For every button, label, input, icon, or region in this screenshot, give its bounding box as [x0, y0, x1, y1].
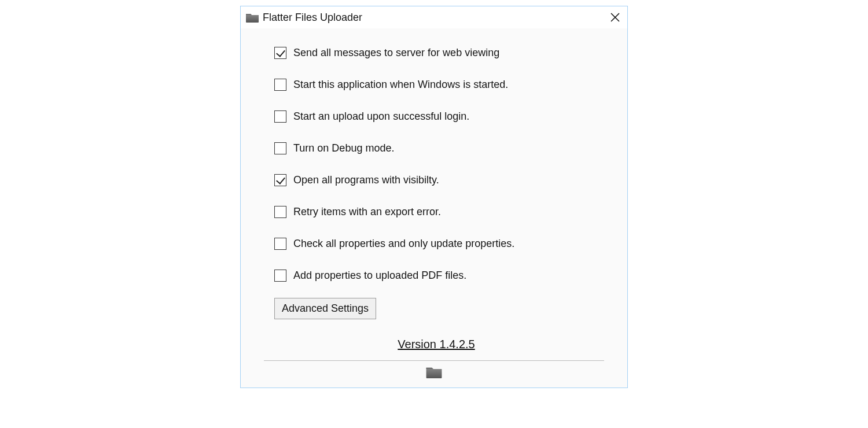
option-label: Add properties to uploaded PDF files.: [293, 270, 466, 282]
option-checkbox[interactable]: [274, 270, 286, 282]
option-label: Open all programs with visibilty.: [293, 174, 439, 186]
option-row: Retry items with an export error.: [274, 206, 598, 218]
version-row: Version 1.4.2.5: [274, 338, 598, 351]
option-row: Start this application when Windows is s…: [274, 79, 598, 91]
option-label: Check all properties and only update pro…: [293, 238, 514, 250]
options-list: Send all messages to server for web view…: [274, 47, 598, 282]
option-checkbox[interactable]: [274, 47, 286, 59]
option-checkbox[interactable]: [274, 79, 286, 91]
window-title: Flatter Files Uploader: [263, 12, 362, 24]
footer: [241, 361, 627, 388]
option-label: Turn on Debug mode.: [293, 142, 394, 154]
option-label: Send all messages to server for web view…: [293, 47, 499, 59]
option-row: Turn on Debug mode.: [274, 142, 598, 154]
option-row: Send all messages to server for web view…: [274, 47, 598, 59]
close-button[interactable]: [608, 10, 623, 25]
version-link[interactable]: Version 1.4.2.5: [398, 338, 475, 350]
option-label: Retry items with an export error.: [293, 206, 441, 218]
titlebar: Flatter Files Uploader: [241, 6, 627, 28]
app-window: Flatter Files Uploader Send all messages…: [240, 6, 628, 388]
option-checkbox[interactable]: [274, 174, 286, 186]
option-row: Check all properties and only update pro…: [274, 238, 598, 250]
folder-icon: [245, 12, 259, 23]
option-row: Open all programs with visibilty.: [274, 174, 598, 186]
footer-folder-icon[interactable]: [425, 366, 443, 378]
content-area: Send all messages to server for web view…: [241, 28, 627, 356]
option-checkbox[interactable]: [274, 206, 286, 218]
close-icon: [610, 13, 620, 22]
option-row: Start an upload upon successful login.: [274, 110, 598, 123]
advanced-settings-button[interactable]: Advanced Settings: [274, 298, 376, 319]
option-checkbox[interactable]: [274, 238, 286, 250]
option-checkbox[interactable]: [274, 110, 286, 123]
option-label: Start this application when Windows is s…: [293, 79, 508, 91]
option-row: Add properties to uploaded PDF files.: [274, 270, 598, 282]
option-checkbox[interactable]: [274, 142, 286, 154]
option-label: Start an upload upon successful login.: [293, 110, 469, 123]
